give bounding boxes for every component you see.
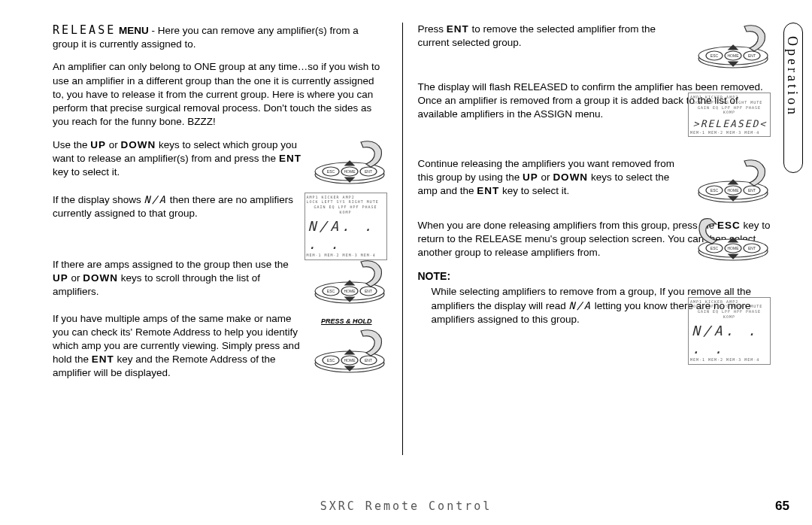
svg-text:ENT: ENT bbox=[365, 169, 372, 174]
footer-title: SXRC Remote Control bbox=[53, 499, 759, 513]
p3-select-group: Use the UP or DOWN keys to select which … bbox=[30, 138, 387, 184]
two-column-layout: RELEASE MENU - Here you can remove any a… bbox=[30, 23, 782, 455]
note-heading: NOTE: bbox=[418, 269, 775, 284]
remote-icon: ESCHOMEENT bbox=[695, 157, 771, 206]
remote-icon: ESCHOMEENT bbox=[695, 215, 771, 264]
press-hold-label: PRESS & HOLD bbox=[321, 318, 372, 326]
svg-text:ENT: ENT bbox=[748, 53, 756, 58]
svg-text:ENT: ENT bbox=[365, 358, 372, 363]
svg-text:ESC: ESC bbox=[326, 289, 335, 293]
svg-text:HOME: HOME bbox=[728, 246, 740, 250]
p4-na-display: If the display shows N/A then there are … bbox=[30, 193, 387, 249]
menu-word: MENU bbox=[119, 25, 149, 36]
svg-text:ENT: ENT bbox=[365, 289, 372, 293]
svg-text:HOME: HOME bbox=[728, 188, 740, 193]
svg-text:ESC: ESC bbox=[710, 246, 719, 250]
p5-scroll-amps: If there are amps assigned to the group … bbox=[30, 258, 387, 303]
manual-page: RELEASE MENU - Here you can remove any a… bbox=[0, 0, 812, 525]
p6-remote-address: If you have multiple amps of the same ma… bbox=[30, 312, 387, 381]
na-segment: N/A bbox=[144, 193, 167, 205]
page-footer: SXRC Remote Control 65 bbox=[0, 499, 812, 514]
lcd-na-display-2: AMP1 KICKER AMP2 LOCK LEFT SYS RIGHT MUT… bbox=[688, 297, 771, 354]
rp1-press-ent: Press ENT to remove the selected amplifi… bbox=[418, 23, 775, 71]
remote-icon: ESCHOMEENT bbox=[695, 23, 771, 71]
p2: An amplifier can only belong to ONE grou… bbox=[30, 60, 387, 129]
svg-text:HOME: HOME bbox=[728, 53, 740, 58]
remote-icon: ESCHOMEENT bbox=[312, 258, 387, 307]
release-label: RELEASE bbox=[53, 23, 116, 37]
lcd-released-display: AMP1 KICKER AMP2 LOCK LEFT SYS RIGHT MUT… bbox=[688, 93, 771, 149]
side-tab-label: Operation bbox=[784, 36, 800, 117]
svg-text:HOME: HOME bbox=[344, 289, 356, 293]
remote-icon-press-hold: PRESS & HOLD ESCHOMEENT bbox=[312, 327, 387, 376]
remote-icon: ESCHOMEENT bbox=[312, 138, 387, 187]
up-key-label: UP bbox=[90, 139, 106, 150]
svg-text:HOME: HOME bbox=[344, 358, 356, 363]
page-number: 65 bbox=[759, 499, 789, 514]
column-divider bbox=[402, 23, 403, 455]
svg-text:ESC: ESC bbox=[710, 53, 719, 58]
svg-text:ENT: ENT bbox=[748, 246, 756, 250]
right-column: Press ENT to remove the selected amplifi… bbox=[418, 23, 783, 455]
lcd-na-display: AMP1 KICKER AMP2 LOCK LEFT SYS RIGHT MUT… bbox=[304, 193, 387, 249]
svg-text:ENT: ENT bbox=[748, 188, 756, 193]
svg-text:ESC: ESC bbox=[326, 358, 335, 363]
ent-key-label: ENT bbox=[279, 153, 301, 164]
svg-text:ESC: ESC bbox=[710, 188, 719, 193]
release-menu-intro: RELEASE MENU - Here you can remove any a… bbox=[30, 23, 387, 51]
note-body: While selecting amplifiers to remove fro… bbox=[418, 285, 775, 345]
svg-text:HOME: HOME bbox=[344, 169, 356, 174]
rp2-released-flash: The display will flash RELEASED to confi… bbox=[418, 80, 775, 148]
left-column: RELEASE MENU - Here you can remove any a… bbox=[30, 23, 387, 455]
rp4-esc-return: When you are done releasing amplifiers f… bbox=[418, 219, 775, 260]
rp3-continue-release: Continue releasing the amplifiers you wa… bbox=[418, 157, 775, 210]
svg-text:ESC: ESC bbox=[326, 169, 335, 174]
down-key-label: DOWN bbox=[121, 139, 156, 150]
